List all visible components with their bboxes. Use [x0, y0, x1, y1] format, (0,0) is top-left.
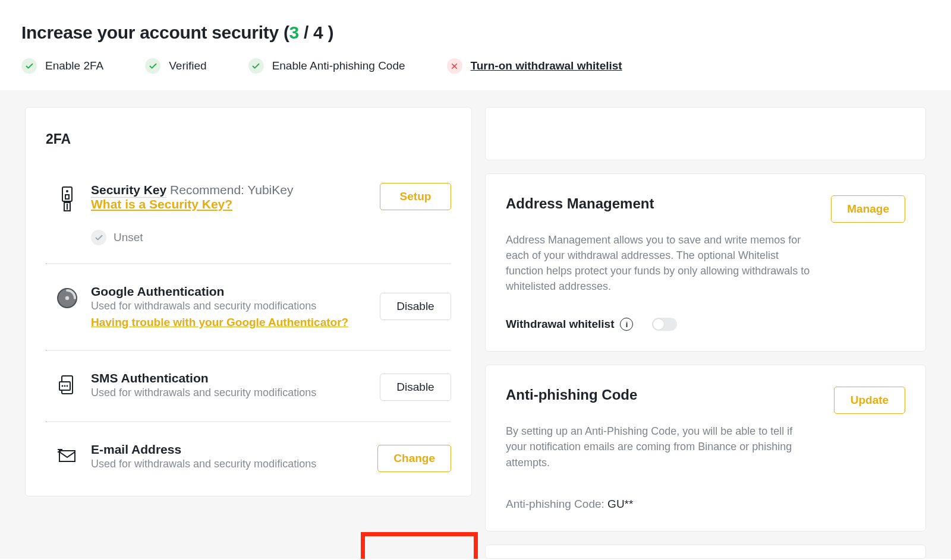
svg-rect-13: [59, 451, 75, 461]
security-key-recommend: Recommend: YubiKey: [166, 183, 293, 197]
count-divider: /: [299, 23, 313, 42]
title-suffix: ): [323, 23, 333, 42]
info-icon[interactable]: i: [620, 318, 633, 331]
status-enable-2fa: Enable 2FA: [21, 58, 103, 74]
email-icon: [56, 442, 78, 464]
anti-phishing-code-label: Anti-phishing Code:: [506, 498, 607, 510]
svg-point-10: [62, 385, 64, 387]
check-icon: [21, 58, 37, 74]
withdrawal-whitelist-toggle[interactable]: [652, 318, 677, 331]
cross-icon: [447, 58, 462, 74]
status-row: Enable 2FA Verified Enable Anti-phishing…: [21, 58, 930, 74]
twofa-card: 2FA Security Key Recommend: YubiKey: [25, 107, 472, 496]
security-key-icon: [56, 183, 78, 213]
check-icon: [145, 58, 160, 74]
twofa-google-auth: Google Authentication Used for withdrawa…: [46, 264, 451, 350]
svg-point-12: [67, 385, 68, 387]
done-count: 3: [289, 23, 299, 42]
svg-point-7: [65, 296, 69, 300]
email-title: E-mail Address: [91, 442, 364, 457]
sms-icon: [56, 371, 78, 397]
google-auth-title: Google Authentication: [91, 284, 367, 299]
security-header: Increase your account security (3 / 4 ) …: [0, 0, 951, 90]
google-auth-sub: Used for withdrawals and security modifi…: [91, 300, 367, 312]
google-auth-help-link[interactable]: Having trouble with your Google Authenti…: [91, 316, 367, 330]
address-manage-button[interactable]: Manage: [831, 195, 905, 223]
address-management-title: Address Management: [506, 195, 654, 212]
sms-auth-disable-button[interactable]: Disable: [380, 374, 451, 401]
security-key-help-link[interactable]: What is a Security Key?: [91, 197, 232, 212]
check-icon: [91, 230, 106, 245]
anti-phishing-code-value: GU**: [607, 498, 633, 510]
email-change-button[interactable]: Change: [377, 445, 451, 472]
security-key-title: Security Key Recommend: YubiKey: [91, 183, 367, 197]
security-key-title-text: Security Key: [91, 183, 166, 198]
svg-point-11: [64, 385, 66, 387]
svg-point-1: [66, 190, 68, 192]
withdrawal-whitelist-label: Withdrawal whitelist: [506, 318, 614, 331]
status-label: Enable Anti-phishing Code: [272, 59, 405, 72]
anti-phishing-code-row: Anti-phishing Code: GU**: [506, 498, 905, 511]
check-icon: [248, 58, 264, 74]
google-auth-disable-button[interactable]: Disable: [380, 293, 451, 320]
sms-auth-title: SMS Authentication: [91, 371, 367, 385]
status-label: Enable 2FA: [45, 59, 103, 72]
status-verified: Verified: [145, 58, 206, 74]
status-label: Verified: [169, 59, 206, 72]
email-sub: Used for withdrawals and security modifi…: [91, 458, 364, 470]
unset-label: Unset: [114, 231, 143, 244]
title-prefix: Increase your account security (: [21, 23, 289, 42]
twofa-security-key: Security Key Recommend: YubiKey What is …: [46, 173, 451, 263]
twofa-heading: 2FA: [46, 131, 451, 147]
page-body: 2FA Security Key Recommend: YubiKey: [0, 90, 951, 559]
withdrawal-whitelist-row: Withdrawal whitelist i: [506, 318, 905, 331]
address-management-desc: Address Management allows you to save an…: [506, 232, 815, 294]
status-anti-phishing: Enable Anti-phishing Code: [248, 58, 405, 74]
total-count: 4: [313, 23, 323, 42]
svg-rect-2: [65, 195, 69, 199]
twofa-sms-auth: SMS Authentication Used for withdrawals …: [46, 351, 451, 421]
status-label[interactable]: Turn-on withdrawal whitelist: [471, 59, 622, 72]
page-title: Increase your account security (3 / 4 ): [21, 23, 930, 43]
anti-phishing-desc: By setting up an Anti-Phishing Code, you…: [506, 423, 815, 470]
status-withdrawal-whitelist[interactable]: Turn-on withdrawal whitelist: [447, 58, 622, 74]
highlight-change-button: [361, 532, 478, 559]
anti-phishing-card: Anti-phishing Code Update By setting up …: [485, 365, 926, 531]
security-key-setup-button[interactable]: Setup: [380, 183, 451, 210]
address-management-card: Address Management Manage Address Manage…: [485, 173, 926, 352]
blank-card: [485, 545, 926, 559]
anti-phishing-title: Anti-phishing Code: [506, 387, 637, 403]
twofa-email: E-mail Address Used for withdrawals and …: [46, 422, 451, 492]
blank-card: [485, 107, 926, 160]
google-authenticator-icon: [56, 284, 78, 308]
sms-auth-sub: Used for withdrawals and security modifi…: [91, 387, 367, 399]
anti-phishing-update-button[interactable]: Update: [834, 387, 905, 414]
security-key-unset: Unset: [91, 230, 367, 245]
